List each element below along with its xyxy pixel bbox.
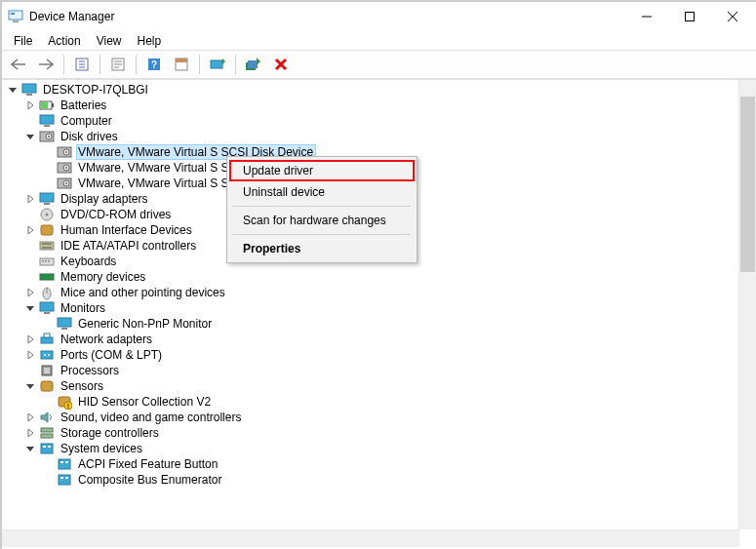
svg-rect-29: [40, 115, 54, 124]
tree-item[interactable]: Generic Non-PnP Monitor: [4, 316, 738, 332]
chevron-down-icon[interactable]: [23, 442, 37, 455]
tree-item[interactable]: Storage controllers: [4, 425, 738, 441]
horizontal-scrollbar[interactable]: [2, 529, 739, 547]
vertical-scrollbar[interactable]: [738, 80, 756, 529]
tree-item-label: Batteries: [59, 98, 108, 112]
svg-rect-72: [41, 381, 53, 391]
svg-rect-54: [48, 260, 50, 262]
keyboard-icon: [39, 254, 55, 269]
memory-icon: [39, 269, 55, 285]
svg-rect-82: [60, 461, 63, 463]
action-center-button[interactable]: [169, 52, 194, 77]
svg-rect-80: [48, 446, 51, 448]
tree-item-label: DVD/CD-ROM drives: [59, 208, 173, 221]
chevron-right-icon[interactable]: [23, 192, 37, 206]
svg-rect-81: [59, 459, 70, 469]
chevron-right-icon[interactable]: [23, 98, 37, 112]
tree-item-label: Storage controllers: [59, 426, 161, 440]
context-separator: [233, 206, 411, 207]
toolbar: ?: [2, 50, 756, 79]
properties-button[interactable]: [105, 52, 131, 77]
chevron-right-icon[interactable]: [23, 426, 37, 440]
chevron-right-icon[interactable]: [23, 286, 37, 299]
uninstall-device-button[interactable]: [268, 52, 294, 77]
close-button[interactable]: [711, 2, 754, 31]
tree-item[interactable]: Network adapters: [4, 332, 738, 347]
context-update-driver[interactable]: Update driver: [229, 160, 415, 181]
tree-item[interactable]: !HID Sensor Collection V2: [4, 394, 738, 410]
svg-rect-2: [13, 20, 19, 22]
tree-item-label: DESKTOP-I7QLBGI: [41, 83, 150, 97]
chevron-right-icon[interactable]: [23, 348, 37, 362]
chevron-right-icon[interactable]: [23, 223, 37, 237]
maximize-button[interactable]: [668, 2, 711, 31]
tree-item-label: Composite Bus Enumerator: [76, 473, 223, 487]
svg-rect-67: [41, 351, 53, 359]
svg-rect-44: [44, 203, 50, 205]
system-icon: [57, 472, 72, 488]
tree-item[interactable]: Mice and other pointing devices: [4, 285, 738, 300]
tree-item[interactable]: Disk drives: [4, 129, 738, 144]
tree-item[interactable]: Batteries: [4, 98, 738, 113]
tree-item[interactable]: Monitors: [4, 300, 738, 316]
chevron-down-icon[interactable]: [23, 301, 37, 315]
minimize-button[interactable]: [625, 2, 668, 31]
svg-rect-56: [42, 275, 44, 279]
device-tree[interactable]: DESKTOP-I7QLBGIBatteriesComputerDisk dri…: [4, 82, 738, 543]
update-driver-button[interactable]: [205, 52, 230, 77]
back-button[interactable]: [6, 52, 31, 77]
tree-item[interactable]: DESKTOP-I7QLBGI: [4, 82, 738, 98]
tree-item[interactable]: Sound, video and game controllers: [4, 410, 738, 425]
cpu-icon: [39, 363, 55, 378]
show-hide-tree-button[interactable]: [69, 52, 95, 77]
tree-item-label: Mice and other pointing devices: [59, 286, 227, 299]
help-button[interactable]: ?: [141, 52, 167, 77]
tree-item[interactable]: Sensors: [4, 378, 738, 394]
network-icon: [39, 332, 55, 347]
tree-item[interactable]: Composite Bus Enumerator: [4, 472, 738, 488]
context-scan-hardware[interactable]: Scan for hardware changes: [229, 210, 415, 231]
scan-hardware-button[interactable]: [241, 52, 266, 77]
tree-item-label: Generic Non-PnP Monitor: [76, 317, 214, 331]
svg-rect-25: [26, 94, 32, 96]
context-properties[interactable]: Properties: [229, 238, 415, 259]
tree-item[interactable]: Ports (COM & LPT): [4, 347, 738, 363]
tree-item-label: Computer: [59, 114, 114, 128]
tree-item-label: Human Interface Devices: [59, 223, 194, 237]
tree-item[interactable]: Computer: [4, 113, 738, 129]
chevron-right-icon[interactable]: [23, 333, 37, 346]
context-uninstall-device[interactable]: Uninstall device: [229, 181, 415, 203]
toolbar-separator: [99, 55, 100, 74]
svg-rect-65: [41, 337, 53, 343]
svg-rect-52: [42, 260, 44, 262]
tree-item[interactable]: System devices: [4, 441, 738, 456]
tree-item-label: Processors: [59, 364, 121, 377]
menu-view[interactable]: View: [89, 33, 130, 49]
forward-button[interactable]: [33, 52, 59, 77]
menu-help[interactable]: Help: [130, 33, 170, 49]
menu-action[interactable]: Action: [40, 33, 88, 49]
tree-item-label: Display adapters: [59, 192, 149, 206]
tree-item-label: Memory devices: [59, 270, 147, 284]
svg-rect-85: [60, 477, 63, 479]
scrollbar-thumb[interactable]: [740, 97, 755, 272]
svg-rect-48: [40, 242, 54, 250]
port-icon: [39, 347, 55, 363]
chevron-right-icon[interactable]: [23, 411, 37, 424]
battery-icon: [39, 98, 55, 113]
tree-item[interactable]: Memory devices: [4, 269, 738, 285]
tree-item[interactable]: Processors: [4, 363, 738, 378]
chevron-down-icon[interactable]: [23, 379, 37, 393]
context-separator: [233, 234, 411, 235]
chevron-down-icon[interactable]: [6, 83, 20, 97]
svg-rect-57: [45, 275, 47, 279]
chevron-down-icon[interactable]: [23, 130, 37, 143]
sensor-icon: [39, 378, 55, 394]
menu-file[interactable]: File: [6, 33, 40, 49]
tree-item-label: Ports (COM & LPT): [59, 348, 164, 362]
tree-item[interactable]: ACPI Fixed Feature Button: [4, 456, 738, 472]
svg-rect-24: [22, 84, 36, 93]
ata-icon: [39, 238, 55, 254]
svg-rect-47: [41, 225, 53, 235]
svg-rect-61: [40, 302, 54, 311]
